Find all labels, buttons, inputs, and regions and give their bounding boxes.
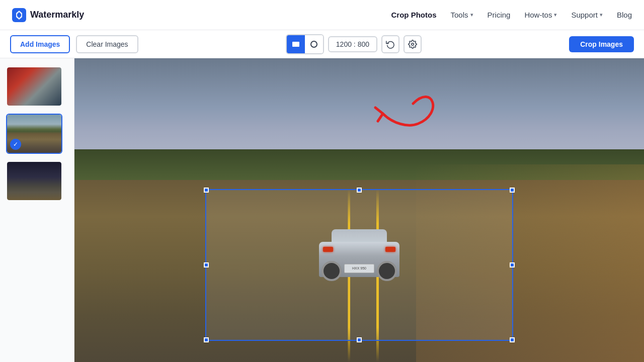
selected-check-badge: ✓ <box>10 139 21 150</box>
svg-rect-1 <box>292 42 299 47</box>
circle-shape-button[interactable] <box>305 35 323 53</box>
main-nav: Crop Photos Tools ▾ Pricing How-tos ▾ Su… <box>391 11 632 19</box>
canvas-area[interactable]: HXX 950 <box>74 58 644 362</box>
svg-point-2 <box>311 41 317 47</box>
rectangle-shape-button[interactable] <box>287 35 305 53</box>
thumbnail-3[interactable] <box>6 161 62 201</box>
thumbnail-1[interactable] <box>6 66 62 107</box>
nav-blog[interactable]: Blog <box>617 11 632 19</box>
main-photo: HXX 950 <box>74 58 644 362</box>
crop-handle-top-middle[interactable] <box>357 188 362 193</box>
shape-toggle <box>286 34 324 54</box>
crop-handle-middle-left[interactable] <box>204 262 209 267</box>
crop-handle-bottom-middle[interactable] <box>357 337 362 342</box>
crop-handle-top-left[interactable] <box>204 188 209 193</box>
thumbnail-image-1 <box>7 67 61 106</box>
ratio-display[interactable]: 1200 : 800 <box>328 36 377 52</box>
main-content: ✓ HXX 950 <box>0 58 644 362</box>
crop-selection[interactable] <box>205 189 513 341</box>
add-images-button[interactable]: Add Images <box>10 35 70 53</box>
crop-handle-bottom-left[interactable] <box>204 337 209 342</box>
thumbnail-2[interactable]: ✓ <box>6 114 62 154</box>
logo[interactable]: Watermarkly <box>12 8 84 22</box>
logo-icon <box>12 8 26 22</box>
rotate-button[interactable] <box>381 35 399 53</box>
nav-pricing[interactable]: Pricing <box>488 11 511 19</box>
nav-tools[interactable]: Tools ▾ <box>451 11 473 19</box>
nav-crop-photos[interactable]: Crop Photos <box>391 11 437 19</box>
tools-chevron-icon: ▾ <box>470 12 473 18</box>
thumbnail-image-3 <box>7 162 61 200</box>
logo-text: Watermarkly <box>30 10 84 20</box>
svg-point-3 <box>412 43 414 45</box>
crop-handle-top-right[interactable] <box>510 188 515 193</box>
toolbar-center: 1200 : 800 <box>144 34 564 54</box>
settings-button[interactable] <box>404 35 422 53</box>
clear-images-button[interactable]: Clear Images <box>76 35 138 53</box>
crop-images-button[interactable]: Crop Images <box>569 36 634 52</box>
crop-handle-middle-right[interactable] <box>510 262 515 267</box>
sidebar: ✓ <box>0 58 74 362</box>
crop-handle-bottom-right[interactable] <box>510 337 515 342</box>
header: Watermarkly Crop Photos Tools ▾ Pricing … <box>0 0 644 30</box>
support-chevron-icon: ▾ <box>600 12 603 18</box>
toolbar: Add Images Clear Images 1200 : 800 <box>0 30 644 58</box>
nav-how-tos[interactable]: How-tos ▾ <box>524 11 557 19</box>
howtos-chevron-icon: ▾ <box>554 12 557 18</box>
nav-support[interactable]: Support ▾ <box>571 11 603 19</box>
